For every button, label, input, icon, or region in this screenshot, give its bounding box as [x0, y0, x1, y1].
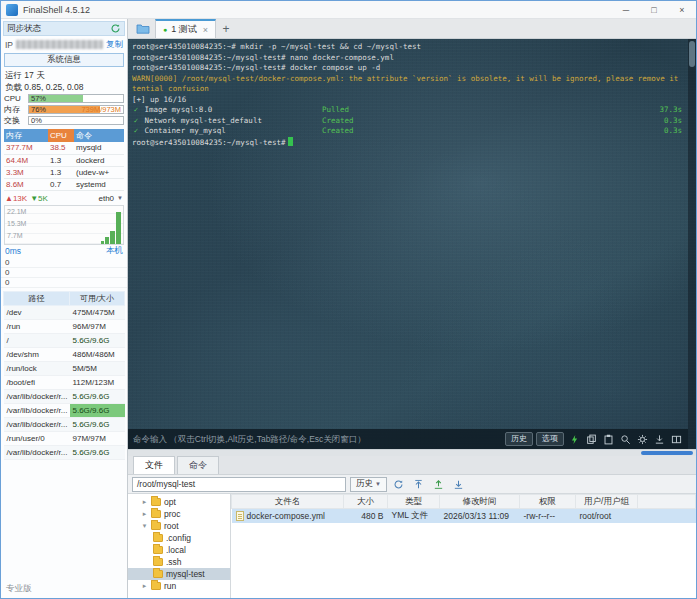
chevron-right-icon[interactable]: ▸: [141, 510, 148, 518]
connection-manager-button[interactable]: [131, 19, 155, 38]
folder-icon: [153, 570, 163, 578]
file-table-header: 文件名 大小 类型 修改时间 权限 用户/用户组: [232, 495, 696, 509]
disk-row[interactable]: /dev/shm486M/486M: [4, 347, 125, 361]
terminal[interactable]: root@ser435010084235:~# mkdir -p ~/mysql…: [128, 39, 696, 449]
process-row[interactable]: 8.6M 0.7 systemd: [4, 178, 124, 190]
upload-button[interactable]: [431, 477, 447, 492]
disk-row[interactable]: /run/lock5M/5M: [4, 361, 125, 375]
swap-percent: 0%: [31, 117, 42, 125]
chevron-right-icon[interactable]: ▸: [141, 498, 148, 506]
file-history-button[interactable]: 历史 ▼: [350, 477, 387, 492]
disk-row[interactable]: /run/user/097M/97M: [4, 431, 125, 445]
split-screen-button[interactable]: [669, 432, 683, 446]
command-input[interactable]: 命令输入 （双击Ctrl切换,Alt历史,Tab路径/命令,Esc关闭窗口）: [133, 434, 502, 445]
history-button[interactable]: 历史: [505, 432, 533, 446]
copy-button[interactable]: [584, 432, 598, 446]
download-arrow-icon: ▼: [30, 194, 38, 203]
terminal-horizontal-scrollbar[interactable]: [128, 449, 696, 456]
tree-item-proc[interactable]: ▸ proc: [128, 508, 230, 520]
file-owner: root/root: [576, 509, 638, 523]
close-button[interactable]: ×: [668, 1, 696, 18]
process-row[interactable]: 3.3M 1.3 (udev-w+: [4, 166, 124, 178]
tab-close-icon[interactable]: ×: [203, 25, 208, 35]
process-table: 内存 CPU 命令 377.7M 38.5 mysqld 64.4M 1.3 d…: [4, 129, 124, 191]
column-header-type[interactable]: 类型: [388, 495, 440, 509]
sync-status-label: 同步状态: [7, 23, 41, 35]
check-icon: ✓: [132, 116, 140, 127]
tree-item-opt[interactable]: ▸ opt: [128, 496, 230, 508]
command-text: mkdir -p ~/mysql-test && cd ~/mysql-test: [236, 42, 421, 51]
disk-row[interactable]: /dev475M/475M: [4, 305, 125, 319]
column-header-name[interactable]: 文件名: [232, 495, 344, 509]
copy-ip-button[interactable]: 复制: [106, 39, 123, 51]
process-header-cpu[interactable]: CPU: [48, 129, 74, 142]
network-summary: ▲13K ▼5K eth0 ▼: [1, 192, 127, 205]
tree-item-config[interactable]: .config: [128, 532, 230, 544]
tree-item-label: opt: [164, 497, 176, 507]
disk-row[interactable]: /run96M/97M: [4, 319, 125, 333]
tree-item-root[interactable]: ▾ root: [128, 520, 230, 532]
download-transfer-button[interactable]: [451, 477, 467, 492]
prompt: root@ser435010084235:~/mysql-test#: [132, 63, 286, 72]
tree-item-local[interactable]: .local: [128, 544, 230, 556]
sync-status-bar[interactable]: 同步状态: [3, 21, 125, 36]
parent-directory-button[interactable]: [411, 477, 427, 492]
vertical-scrollbar-thumb[interactable]: [689, 41, 695, 67]
column-header-owner[interactable]: 用户/用户组: [576, 495, 638, 509]
terminal-vertical-scrollbar[interactable]: [688, 39, 696, 449]
maximize-button[interactable]: □: [640, 1, 668, 18]
tab-commands[interactable]: 命令: [177, 456, 219, 474]
disk-header-path[interactable]: 路径: [4, 291, 70, 305]
horizontal-scrollbar-thumb[interactable]: [641, 451, 693, 455]
column-header-modified[interactable]: 修改时间: [440, 495, 520, 509]
process-row[interactable]: 377.7M 38.5 mysqld: [4, 142, 124, 154]
new-tab-button[interactable]: +: [216, 19, 236, 38]
disk-row[interactable]: /5.6G/9.6G: [4, 333, 125, 347]
chevron-down-icon[interactable]: ▾: [141, 522, 148, 530]
download-button[interactable]: [652, 432, 666, 446]
result-status: Pulled: [322, 105, 349, 116]
tree-item-run[interactable]: ▸ run: [128, 580, 230, 592]
disk-row[interactable]: /var/lib/docker/r...5.6G/9.6G: [4, 403, 125, 417]
disk-row[interactable]: /var/lib/docker/r...5.6G/9.6G: [4, 445, 125, 459]
tree-item-mysql-test[interactable]: mysql-test: [128, 568, 230, 580]
sync-refresh-icon[interactable]: [110, 23, 121, 34]
process-header-mem[interactable]: 内存: [4, 129, 48, 142]
memory-label: 内存: [4, 104, 26, 115]
result-status: Created: [322, 126, 354, 137]
chevron-right-icon[interactable]: ▸: [141, 582, 148, 590]
disk-header-size[interactable]: 可用/大小: [70, 291, 125, 305]
prompt: root@ser435010084235:~/mysql-test#: [132, 138, 286, 147]
disk-row[interactable]: /var/lib/docker/r...5.6G/9.6G: [4, 417, 125, 431]
paste-button[interactable]: [601, 432, 615, 446]
ping-target[interactable]: 本机: [106, 245, 123, 257]
quick-command-button[interactable]: [567, 432, 581, 446]
folder-icon: [151, 522, 161, 530]
ping-latency: 0ms: [5, 246, 21, 256]
column-header-permissions[interactable]: 权限: [520, 495, 576, 509]
system-info-button[interactable]: 系统信息: [4, 53, 124, 67]
tab-session-test[interactable]: ● 1 测试 ×: [155, 19, 216, 38]
file-row-docker-compose[interactable]: docker-compose.yml 480 B YML 文件 2026/03/…: [232, 509, 696, 523]
process-header-cmd[interactable]: 命令: [74, 129, 124, 142]
disk-row[interactable]: /boot/efi112M/123M: [4, 375, 125, 389]
path-input[interactable]: /root/mysql-test: [132, 477, 346, 492]
refresh-button[interactable]: [391, 477, 407, 492]
interface-selector[interactable]: eth0: [98, 194, 114, 203]
prompt: root@ser435010084235:~#: [132, 42, 236, 51]
process-row[interactable]: 64.4M 1.3 dockerd: [4, 154, 124, 166]
chevron-down-icon[interactable]: ▼: [117, 195, 123, 201]
settings-button[interactable]: [635, 432, 649, 446]
minimize-button[interactable]: ─: [612, 1, 640, 18]
tree-item-ssh[interactable]: .ssh: [128, 556, 230, 568]
tab-files[interactable]: 文件: [133, 456, 175, 474]
disk-row[interactable]: /var/lib/docker/r...5.6G/9.6G: [4, 389, 125, 403]
result-name: Network mysql-test_default: [140, 116, 322, 127]
cpu-percent: 57%: [31, 95, 46, 103]
options-button[interactable]: 选项: [536, 432, 564, 446]
check-icon: ✓: [132, 105, 140, 116]
find-button[interactable]: [618, 432, 632, 446]
column-header-size[interactable]: 大小: [344, 495, 388, 509]
file-type: YML 文件: [388, 509, 440, 523]
result-time: 0.3s: [664, 116, 682, 127]
